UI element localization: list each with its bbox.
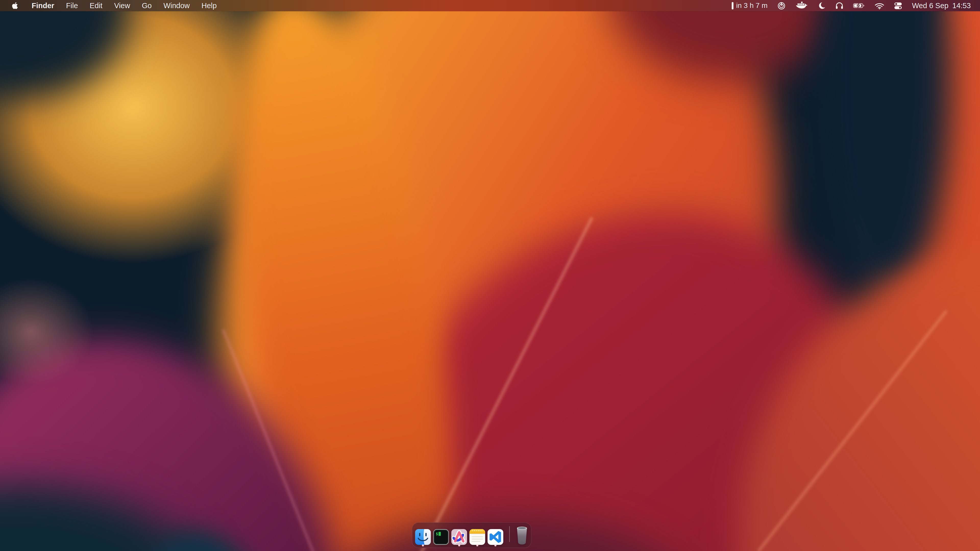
running-indicator — [422, 545, 424, 546]
dock-item-vscode[interactable] — [487, 526, 503, 548]
battery-charging-icon — [853, 3, 865, 8]
menu-item-help[interactable]: Help — [196, 0, 223, 11]
focus-mode-status[interactable] — [818, 0, 826, 11]
arc-browser-icon — [451, 529, 467, 545]
apple-menu[interactable] — [11, 0, 19, 11]
menu-item-window[interactable]: Window — [158, 0, 196, 11]
moon-focus-icon — [818, 2, 826, 10]
power-ring-icon — [777, 1, 786, 10]
focus-timer-status[interactable]: in 3 h 7 m — [732, 0, 768, 11]
desktop[interactable]: { "menu_bar": { "app_menu_items": [ {"la… — [0, 0, 980, 551]
dock-item-finder[interactable] — [415, 526, 431, 548]
apple-logo-icon — [12, 2, 18, 10]
menu-item-finder[interactable]: Finder — [26, 0, 60, 11]
docker-whale-icon — [795, 1, 808, 10]
menu-bar: Finder File Edit View Go Window Help in … — [0, 0, 980, 11]
running-indicator — [476, 545, 478, 546]
power-ring-menu-extra[interactable] — [777, 0, 786, 11]
dock-item-notes[interactable] — [469, 526, 485, 548]
focus-timer-label: in 3 h 7 m — [736, 2, 768, 10]
dock: $ — [412, 522, 531, 548]
dock-item-trash[interactable] — [515, 526, 528, 548]
clock-time: 14:53 — [952, 2, 971, 10]
wifi-status[interactable] — [875, 0, 884, 11]
running-indicator — [494, 545, 496, 546]
timer-bar-icon — [732, 2, 733, 10]
control-center-button[interactable] — [894, 0, 902, 11]
battery-status[interactable] — [853, 0, 865, 11]
docker-menu-extra[interactable] — [795, 0, 808, 11]
finder-icon — [415, 529, 431, 545]
control-center-icon — [894, 2, 902, 10]
vscode-icon — [487, 529, 503, 545]
menu-item-edit[interactable]: Edit — [84, 0, 108, 11]
menu-bar-left: Finder File Edit View Go Window Help — [0, 0, 223, 11]
clock-date: Wed 6 Sep — [912, 2, 948, 10]
headphones-icon — [835, 2, 843, 10]
dock-panel: $ — [412, 522, 531, 548]
menu-item-file[interactable]: File — [60, 0, 84, 11]
svg-text:$: $ — [436, 531, 438, 536]
audio-output-status[interactable] — [835, 0, 843, 11]
menu-item-go[interactable]: Go — [136, 0, 158, 11]
notes-icon — [469, 529, 485, 545]
dock-divider — [509, 526, 510, 542]
menu-bar-clock[interactable]: Wed 6 Sep 14:53 — [912, 0, 971, 11]
running-indicator — [458, 545, 460, 546]
desktop-wallpaper[interactable] — [0, 0, 980, 551]
menu-bar-status-area: in 3 h 7 m — [732, 0, 980, 11]
wifi-icon — [875, 2, 884, 10]
trash-icon — [516, 526, 528, 545]
menu-item-view[interactable]: View — [108, 0, 136, 11]
dock-item-terminal[interactable]: $ — [433, 526, 449, 548]
dock-item-arc[interactable] — [451, 526, 467, 548]
terminal-icon: $ — [433, 529, 449, 545]
